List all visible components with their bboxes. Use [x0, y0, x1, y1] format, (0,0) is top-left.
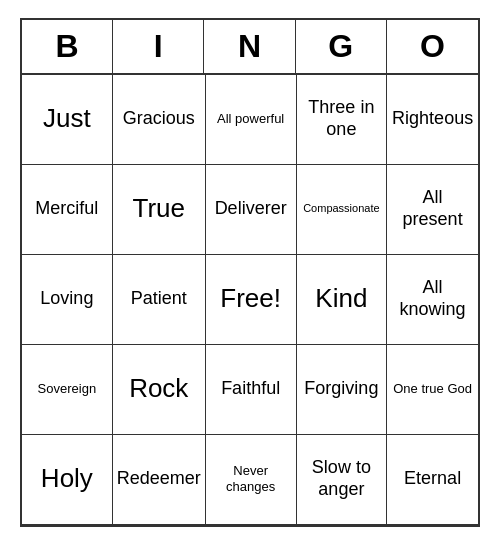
bingo-cell[interactable]: Slow to anger [297, 435, 388, 525]
bingo-cell[interactable]: Rock [113, 345, 206, 435]
cell-text: Rock [129, 373, 188, 404]
bingo-cell[interactable]: Just [22, 75, 113, 165]
bingo-cell[interactable]: Never changes [206, 435, 297, 525]
cell-text: Loving [40, 288, 93, 310]
bingo-card: BINGO JustGraciousAll powerfulThree in o… [20, 18, 480, 527]
cell-text: Patient [131, 288, 187, 310]
bingo-cell[interactable]: Free! [206, 255, 297, 345]
cell-text: Eternal [404, 468, 461, 490]
bingo-cell[interactable]: True [113, 165, 206, 255]
header-letter: B [22, 20, 113, 73]
cell-text: Never changes [210, 463, 292, 494]
cell-text: Slow to anger [301, 457, 383, 500]
cell-text: Gracious [123, 108, 195, 130]
header-letter: I [113, 20, 204, 73]
bingo-cell[interactable]: Redeemer [113, 435, 206, 525]
bingo-cell[interactable]: Deliverer [206, 165, 297, 255]
bingo-cell[interactable]: Kind [297, 255, 388, 345]
bingo-grid: JustGraciousAll powerfulThree in oneRigh… [22, 75, 478, 525]
bingo-cell[interactable]: All present [387, 165, 478, 255]
cell-text: Compassionate [303, 202, 379, 215]
cell-text: Holy [41, 463, 93, 494]
cell-text: All present [391, 187, 474, 230]
bingo-cell[interactable]: Righteous [387, 75, 478, 165]
bingo-cell[interactable]: Patient [113, 255, 206, 345]
bingo-cell[interactable]: Compassionate [297, 165, 388, 255]
bingo-cell[interactable]: One true God [387, 345, 478, 435]
cell-text: Just [43, 103, 91, 134]
bingo-cell[interactable]: Forgiving [297, 345, 388, 435]
cell-text: Redeemer [117, 468, 201, 490]
bingo-cell[interactable]: Gracious [113, 75, 206, 165]
cell-text: One true God [393, 381, 472, 397]
cell-text: True [133, 193, 186, 224]
bingo-cell[interactable]: All powerful [206, 75, 297, 165]
cell-text: All knowing [391, 277, 474, 320]
bingo-header: BINGO [22, 20, 478, 75]
header-letter: G [296, 20, 387, 73]
cell-text: Righteous [392, 108, 473, 130]
cell-text: Kind [315, 283, 367, 314]
bingo-cell[interactable]: Faithful [206, 345, 297, 435]
header-letter: O [387, 20, 478, 73]
bingo-cell[interactable]: All knowing [387, 255, 478, 345]
cell-text: Faithful [221, 378, 280, 400]
header-letter: N [204, 20, 295, 73]
cell-text: All powerful [217, 111, 284, 127]
bingo-cell[interactable]: Holy [22, 435, 113, 525]
cell-text: Three in one [301, 97, 383, 140]
cell-text: Sovereign [38, 381, 97, 397]
bingo-cell[interactable]: Sovereign [22, 345, 113, 435]
bingo-cell[interactable]: Merciful [22, 165, 113, 255]
bingo-cell[interactable]: Eternal [387, 435, 478, 525]
cell-text: Free! [220, 283, 281, 314]
cell-text: Merciful [35, 198, 98, 220]
cell-text: Forgiving [304, 378, 378, 400]
bingo-cell[interactable]: Loving [22, 255, 113, 345]
bingo-cell[interactable]: Three in one [297, 75, 388, 165]
cell-text: Deliverer [215, 198, 287, 220]
